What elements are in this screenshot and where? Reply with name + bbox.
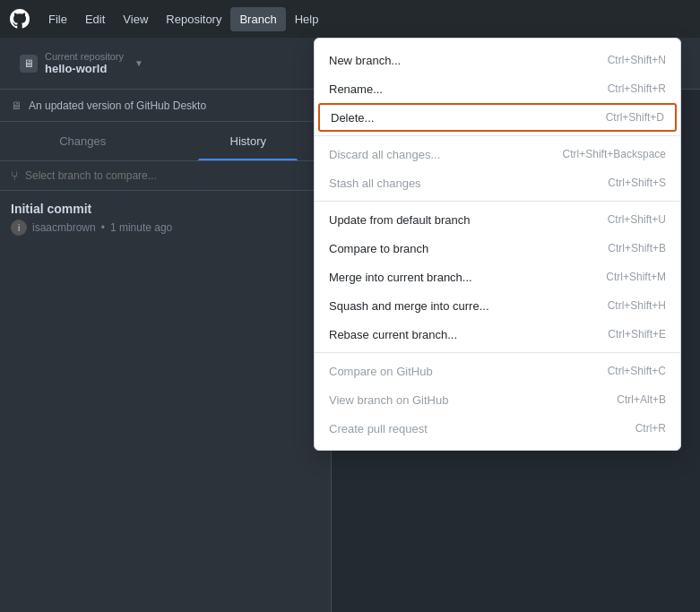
menu-repository[interactable]: Repository — [157, 7, 230, 31]
branch-dropdown-menu: New branch... Ctrl+Shift+N Rename... Ctr… — [314, 38, 681, 451]
menu-item-stash-all: Stash all changes Ctrl+Shift+S — [315, 168, 680, 197]
notification-text: An updated version of GitHub Deskto — [29, 99, 206, 112]
menu-item-view-branch-github: View branch on GitHub Ctrl+Alt+B — [315, 385, 680, 414]
repo-icon: 🖥 — [20, 55, 38, 73]
menu-branch[interactable]: Branch — [230, 7, 285, 31]
menu-edit[interactable]: Edit — [76, 7, 114, 31]
menu-section-4: Compare on GitHub Ctrl+Shift+C View bran… — [315, 352, 680, 446]
menu-item-compare-github: Compare on GitHub Ctrl+Shift+C — [315, 357, 680, 385]
menu-item-squash-merge[interactable]: Squash and merge into curre... Ctrl+Shif… — [315, 291, 680, 320]
commit-separator: • — [101, 221, 105, 234]
menu-item-delete[interactable]: Delete... Ctrl+Shift+D — [318, 103, 677, 132]
tab-history[interactable]: History — [166, 122, 332, 160]
menu-item-rename[interactable]: Rename... Ctrl+Shift+R — [315, 74, 680, 103]
tab-changes[interactable]: Changes — [0, 122, 166, 160]
chevron-down-icon: ▼ — [134, 58, 143, 68]
menu-bar: File Edit View Repository Branch Help — [0, 0, 700, 38]
github-logo — [7, 6, 32, 31]
commit-time: 1 minute ago — [110, 221, 172, 234]
repo-label: Current repository — [45, 51, 124, 62]
menu-section-2: Discard all changes... Ctrl+Shift+Backsp… — [315, 135, 680, 201]
menu-item-rebase[interactable]: Rebase current branch... Ctrl+Shift+E — [315, 320, 680, 349]
branch-compare-input[interactable] — [25, 169, 320, 182]
repo-name: hello-world — [45, 62, 124, 75]
menu-section-1: New branch... Ctrl+Shift+N Rename... Ctr… — [315, 42, 680, 135]
menu-item-update-default[interactable]: Update from default branch Ctrl+Shift+U — [315, 205, 680, 234]
commit-author: isaacmbrown — [32, 221, 96, 234]
commit-meta: i isaacmbrown • 1 minute ago — [11, 220, 320, 236]
notification-bar: 🖥 An updated version of GitHub Deskto — [0, 90, 332, 122]
avatar: i — [11, 220, 27, 236]
repo-info: Current repository hello-world — [45, 51, 124, 75]
menu-item-create-pr: Create pull request Ctrl+R — [315, 414, 680, 443]
menu-section-3: Update from default branch Ctrl+Shift+U … — [315, 201, 680, 352]
menu-help[interactable]: Help — [286, 7, 328, 31]
monitor-icon: 🖥 — [11, 99, 22, 112]
branch-compare-bar[interactable]: ⑂ — [0, 161, 331, 191]
commit-list: Initial commit i isaacmbrown • 1 minute … — [0, 191, 331, 246]
menu-item-compare-branch[interactable]: Compare to branch Ctrl+Shift+B — [315, 234, 680, 263]
menu-item-merge[interactable]: Merge into current branch... Ctrl+Shift+… — [315, 263, 680, 291]
sidebar: Changes History ⑂ Initial commit i isaac… — [0, 122, 332, 612]
menu-file[interactable]: File — [39, 7, 76, 31]
menu-view[interactable]: View — [114, 7, 157, 31]
commit-title: Initial commit — [11, 202, 320, 216]
menu-item-new-branch[interactable]: New branch... Ctrl+Shift+N — [315, 46, 680, 74]
tabs: Changes History — [0, 122, 331, 161]
repo-selector[interactable]: 🖥 Current repository hello-world ▼ — [11, 46, 152, 81]
menu-item-discard-all: Discard all changes... Ctrl+Shift+Backsp… — [315, 140, 680, 168]
branch-icon: ⑂ — [11, 168, 18, 183]
